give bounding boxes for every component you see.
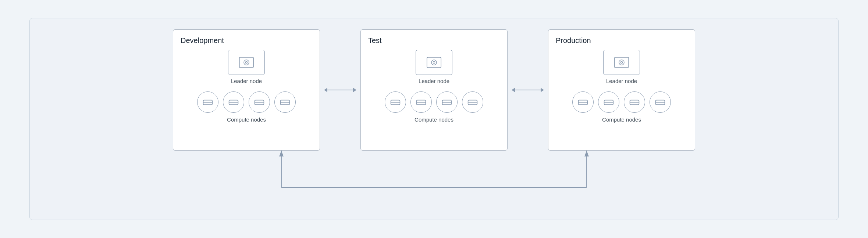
test-title: Test <box>368 36 382 45</box>
production-compute-row <box>572 91 671 113</box>
arrow-right-1 <box>353 88 356 92</box>
compute-node-prod-1 <box>572 91 594 113</box>
horiz-line-1 <box>327 90 353 90</box>
arrow-right-2 <box>541 88 544 92</box>
production-leader-label: Leader node <box>606 78 637 84</box>
test-compute-label: Compute nodes <box>368 116 500 123</box>
production-leader-icon <box>603 50 640 75</box>
development-leader-icon <box>228 50 265 75</box>
compute-node-dev-2 <box>223 91 244 113</box>
test-leader-icon <box>416 50 452 75</box>
arrow-left-1 <box>324 88 327 92</box>
horiz-line-2 <box>515 90 541 90</box>
test-inner: Leader node <box>368 50 500 144</box>
development-inner: Leader node <box>181 50 312 144</box>
svg-point-24 <box>620 61 622 63</box>
compute-node-prod-4 <box>650 91 671 113</box>
bottom-connector <box>208 151 660 198</box>
development-box: Development Leader node <box>173 29 320 151</box>
production-title: Production <box>556 36 591 45</box>
development-title: Development <box>181 36 224 45</box>
test-compute-row <box>385 91 483 113</box>
svg-point-2 <box>245 61 247 63</box>
svg-marker-36 <box>279 151 284 156</box>
svg-marker-37 <box>584 151 589 156</box>
compute-node-prod-3 <box>624 91 645 113</box>
compute-node-dev-1 <box>197 91 218 113</box>
compute-node-test-4 <box>462 91 483 113</box>
bottom-connector-svg <box>208 151 660 198</box>
development-compute-row <box>197 91 296 113</box>
arrow-dev-test <box>320 29 360 151</box>
compute-node-prod-2 <box>598 91 619 113</box>
compute-node-dev-3 <box>249 91 270 113</box>
test-box: Test Leader node <box>360 29 508 151</box>
compute-node-test-3 <box>436 91 458 113</box>
production-compute-label: Compute nodes <box>556 116 687 123</box>
arrow-test-prod <box>508 29 548 151</box>
production-box: Production Leader node <box>548 29 695 151</box>
compute-node-dev-4 <box>274 91 296 113</box>
top-row: Development Leader node <box>30 29 838 151</box>
development-leader-label: Leader node <box>231 78 262 84</box>
compute-node-test-2 <box>410 91 432 113</box>
svg-point-13 <box>433 61 435 63</box>
production-inner: Leader node <box>556 50 687 144</box>
arrow-left-2 <box>512 88 515 92</box>
development-compute-label: Compute nodes <box>181 116 312 123</box>
compute-node-test-1 <box>385 91 406 113</box>
test-leader-label: Leader node <box>419 78 449 84</box>
diagram-wrapper: Development Leader node <box>29 18 839 220</box>
